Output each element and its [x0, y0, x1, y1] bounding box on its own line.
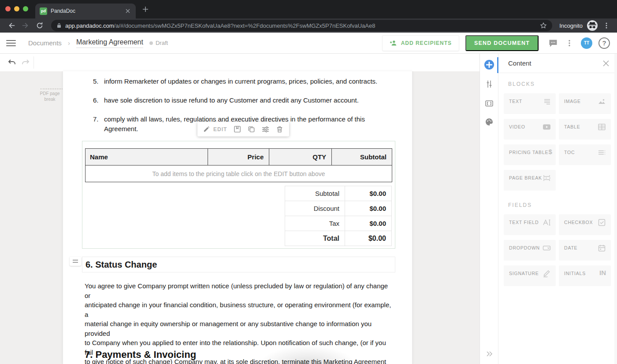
edit-pencil-icon[interactable]	[203, 126, 210, 132]
bookmark-star-icon[interactable]	[540, 22, 547, 29]
field-tile-checkbox[interactable]: CHECKBOX	[559, 214, 611, 235]
url-text: app.pandadoc.com/a/#/documents/swMGZx5P7…	[65, 22, 536, 29]
block-settings-icon[interactable]	[262, 125, 269, 133]
browser-tabstrip: pd PandaDoc	[0, 0, 617, 18]
tile-label: IMAGE	[564, 99, 581, 114]
totals-row: Discount $0.00	[285, 201, 392, 216]
zoom-window-button[interactable]	[23, 6, 28, 11]
pdf-page-break-line	[41, 88, 63, 89]
pandadoc-favicon: pd	[40, 7, 47, 15]
macos-traffic-lights[interactable]	[5, 6, 28, 11]
add-recipients-label: ADD RECIPIENTS	[401, 40, 452, 46]
pricing-table: Name Price QTY Subtotal To add items to …	[85, 148, 392, 182]
totals-label: Tax	[285, 216, 345, 231]
user-avatar[interactable]: TT	[581, 37, 592, 49]
close-window-button[interactable]	[5, 6, 11, 11]
tile-label: PRICING TABLE	[509, 150, 548, 165]
add-recipients-button[interactable]: ADD RECIPIENTS	[382, 35, 459, 51]
date-field-icon	[598, 244, 606, 252]
heading-block-payments[interactable]: 7. Payments & Invoicing	[85, 349, 196, 360]
redo-icon[interactable]	[21, 58, 30, 67]
totals-row-total: Total $0.00	[285, 231, 392, 246]
tile-label: INITIALS	[564, 271, 586, 286]
list-number: 5.	[93, 77, 99, 86]
field-tile-signature[interactable]: SIGNATURE	[504, 265, 556, 286]
heading-text: 6. Status Change	[85, 260, 157, 270]
browser-menu-icon[interactable]	[603, 22, 610, 29]
pricing-table-block-icon: $	[548, 148, 552, 157]
content-panel: Content BLOCKS TEXT IMAGE	[498, 54, 617, 364]
panel-scrollbar[interactable]	[614, 54, 617, 364]
tab-close-icon[interactable]	[124, 7, 131, 15]
back-icon[interactable]	[7, 22, 15, 29]
totals-label: Discount	[285, 201, 345, 216]
blocks-section-label: BLOCKS	[508, 81, 612, 87]
block-tile-video[interactable]: VIDEO	[504, 119, 556, 140]
breadcrumb-documents[interactable]: Documents	[28, 39, 62, 47]
list-number: 6.	[93, 96, 99, 105]
duplicate-icon[interactable]	[248, 125, 255, 133]
list-item[interactable]: 5. inform Remarketer of updates or chang…	[93, 77, 397, 86]
document-page[interactable]: 5. inform Remarketer of updates or chang…	[63, 71, 413, 364]
list-text: have sole discretion to issue refund to …	[104, 96, 397, 105]
content-sidebar: Content BLOCKS TEXT IMAGE	[479, 54, 617, 364]
totals-value: $0.00	[345, 201, 392, 216]
block-tile-toc[interactable]: TOC	[559, 144, 611, 165]
tile-label: CHECKBOX	[564, 220, 593, 235]
theme-palette-icon[interactable]	[485, 118, 494, 126]
block-tile-image[interactable]: IMAGE	[559, 93, 611, 114]
breadcrumb-chevron-icon: ›	[68, 39, 70, 47]
image-block-icon	[598, 97, 606, 106]
new-tab-icon[interactable]	[142, 6, 149, 13]
more-actions-icon[interactable]	[566, 40, 573, 47]
collapse-panel-icon[interactable]	[484, 349, 494, 359]
pricing-col-subtotal: Subtotal	[332, 149, 392, 165]
list-item[interactable]: 6. have sole discretion to issue refund …	[93, 96, 397, 105]
tile-label: TOC	[564, 150, 575, 165]
person-add-icon	[390, 39, 398, 47]
undo-icon[interactable]	[7, 58, 16, 67]
dropdown-field-icon	[543, 244, 551, 252]
field-tile-initials[interactable]: INITIALS IN	[559, 265, 611, 286]
field-tile-dropdown[interactable]: DROPDOWN	[504, 240, 556, 261]
document-title-input[interactable]: Marketing Agreement	[76, 38, 143, 48]
add-content-button[interactable]	[484, 60, 494, 70]
block-drag-handle-icon[interactable]	[70, 257, 81, 266]
block-tile-page-break[interactable]: PAGE BREAK	[504, 170, 556, 191]
block-tile-text[interactable]: TEXT	[504, 93, 556, 114]
send-document-button[interactable]: SEND DOCUMENT	[465, 35, 539, 51]
variables-icon[interactable]	[485, 99, 494, 108]
edit-button[interactable]: EDIT	[213, 126, 227, 132]
help-button[interactable]: ?	[598, 37, 610, 49]
fields-section-label: FIELDS	[508, 202, 612, 208]
forward-icon[interactable]	[22, 22, 30, 29]
main-menu-icon[interactable]	[6, 38, 16, 48]
document-settings-icon[interactable]	[485, 80, 494, 88]
initials-field-icon: IN	[599, 269, 606, 278]
url-domain: app.pandadoc.com	[65, 22, 114, 29]
lock-icon[interactable]	[56, 23, 62, 28]
save-to-library-icon[interactable]	[234, 125, 241, 133]
table-block-icon	[598, 123, 606, 131]
document-canvas: PDF page break 5. inform Remarketer of u…	[0, 71, 479, 364]
panel-close-icon[interactable]	[603, 60, 609, 66]
address-bar[interactable]: app.pandadoc.com/a/#/documents/swMGZx5P7…	[51, 20, 552, 31]
pricing-col-qty: QTY	[269, 149, 332, 165]
comments-icon[interactable]	[548, 38, 558, 48]
status-dot-icon	[149, 41, 153, 45]
pricing-totals: Subtotal $0.00 Discount $0.00 Tax $0.00 …	[285, 186, 392, 246]
pdf-page-break-label: PDF page break	[37, 91, 63, 102]
field-tile-date[interactable]: DATE	[559, 240, 611, 261]
browser-tab[interactable]: pd PandaDoc	[35, 4, 136, 18]
block-tile-pricing-table[interactable]: PRICING TABLE $	[504, 144, 556, 165]
totals-row: Subtotal $0.00	[285, 186, 392, 201]
minimize-window-button[interactable]	[14, 6, 19, 11]
reload-icon[interactable]	[36, 22, 44, 29]
pricing-table-block[interactable]: Name Price QTY Subtotal To add items to …	[82, 141, 395, 249]
blocks-grid: TEXT IMAGE VIDEO	[504, 93, 612, 191]
field-tile-text-field[interactable]: TEXT FIELD	[504, 214, 556, 235]
panel-header: Content	[498, 54, 617, 73]
block-tile-table[interactable]: TABLE	[559, 119, 611, 140]
delete-block-icon[interactable]	[276, 125, 283, 133]
heading-block-status-change[interactable]: 6. Status Change	[82, 257, 395, 272]
